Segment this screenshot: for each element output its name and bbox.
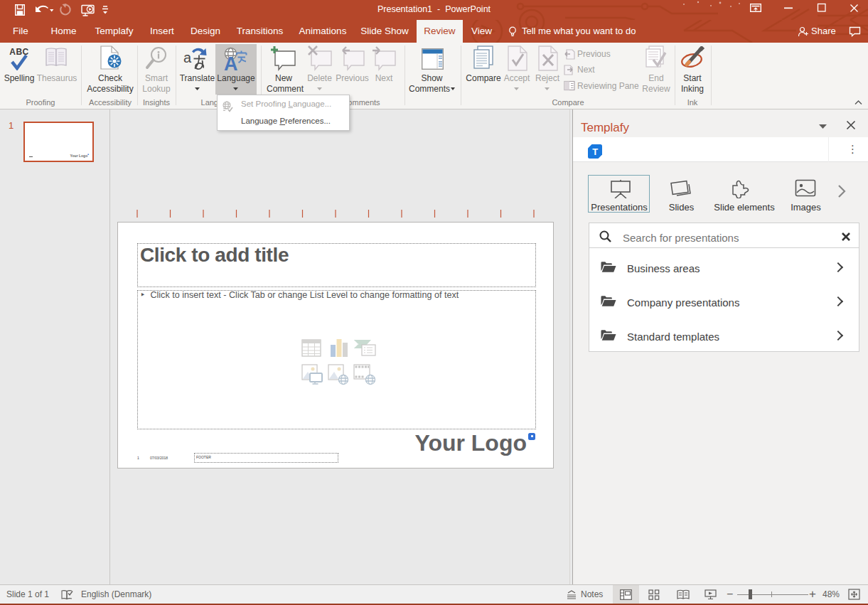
- svg-text:A: A: [224, 53, 238, 72]
- svg-text:T: T: [592, 146, 598, 157]
- svg-text:a: a: [183, 50, 192, 65]
